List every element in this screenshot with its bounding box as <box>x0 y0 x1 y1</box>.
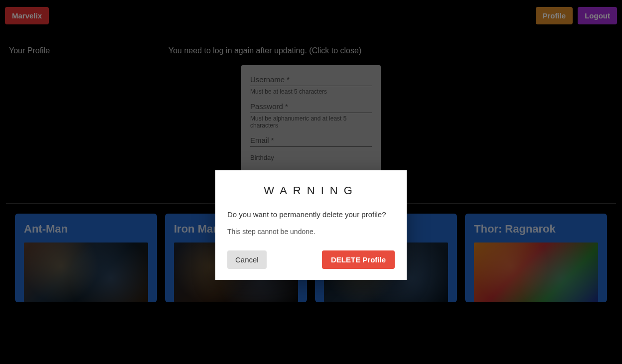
modal-message: Do you want to permanently delete your p… <box>227 210 395 219</box>
modal-actions: Cancel DELETE Profile <box>227 250 395 269</box>
cancel-button[interactable]: Cancel <box>227 250 267 269</box>
delete-profile-button[interactable]: DELETE Profile <box>322 250 395 269</box>
modal-title: WARNING <box>227 184 395 197</box>
modal-subtext: This step cannot be undone. <box>227 228 395 236</box>
delete-warning-modal: WARNING Do you want to permanently delet… <box>215 170 407 280</box>
